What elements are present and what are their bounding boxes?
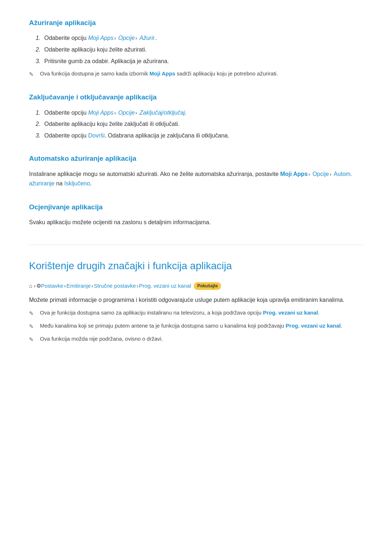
azurir-link[interactable]: Ažurir.. xyxy=(139,35,158,41)
automatsko-body: Instalirane aplikacije mogu se automatsk… xyxy=(29,169,363,189)
strucne-postavke-link[interactable]: Stručne postavke xyxy=(94,282,136,290)
home-icon: ⌂ xyxy=(29,282,32,290)
koristenje-note-1: ✎ Ova je funkcija dostupna samo za aplik… xyxy=(29,308,363,318)
moji-apps-link-3[interactable]: Moji Apps xyxy=(280,171,308,177)
breadcrumb-chevron-2: › xyxy=(91,282,93,290)
azuriranje-step-2: Odaberite aplikaciju koju želite ažurira… xyxy=(42,45,363,54)
azuriranje-steps: Odaberite opciju Moji Apps › Opcije › Až… xyxy=(29,33,363,66)
chevron-4: › xyxy=(135,109,137,117)
azuriranje-step-1: Odaberite opciju Moji Apps › Opcije › Až… xyxy=(42,33,363,43)
iskljuceno-link[interactable]: Isključeno xyxy=(64,180,90,186)
azuriranje-section: Ažuriranje aplikacija Odaberite opciju M… xyxy=(29,17,363,79)
ocjenjivanje-heading: Ocjenjivanje aplikacija xyxy=(29,202,363,213)
koristenje-note-2: ✎ Među kanalima koji se primaju putem an… xyxy=(29,321,363,331)
opcije-link-2[interactable]: Opcije xyxy=(118,110,135,116)
zakljucavanje-heading: Zaključavanje i otključavanje aplikacija xyxy=(29,92,363,103)
chevron-2: › xyxy=(135,34,137,42)
gear-icon: ⚙ xyxy=(36,282,41,290)
moji-apps-link-1[interactable]: Moji Apps xyxy=(88,35,114,41)
prog-vezani-link-breadcrumb[interactable]: Prog. vezani uz kanal xyxy=(139,282,191,290)
zakljucavanje-step-1: Odaberite opciju Moji Apps › Opcije › Za… xyxy=(42,108,363,118)
dovrsi-link[interactable]: Dovrši xyxy=(88,132,105,139)
azuriranje-step-3: Pritisnite gumb za odabir. Aplikacija je… xyxy=(42,57,363,66)
zakljucavanje-section: Zaključavanje i otključavanje aplikacija… xyxy=(29,92,363,140)
pencil-icon-1: ✎ xyxy=(29,70,36,79)
moji-apps-link-2[interactable]: Moji Apps xyxy=(88,110,114,116)
automatsko-section: Automatsko ažuriranje aplikacija Instali… xyxy=(29,153,363,188)
zakljucaj-link[interactable]: Zaključaj/otključaj xyxy=(139,110,185,116)
prog-vezani-link-1[interactable]: Prog. vezani uz kanal xyxy=(263,309,318,316)
chevron-1: › xyxy=(114,34,116,42)
azuriranje-heading: Ažuriranje aplikacija xyxy=(29,17,363,28)
chevron-5: › xyxy=(309,170,310,178)
breadcrumb-chevron-3: › xyxy=(136,282,138,290)
prog-vezani-link-2[interactable]: Prog. vezani uz kanal xyxy=(286,323,341,329)
moji-apps-link-note[interactable]: Moji Apps xyxy=(150,70,175,77)
chevron-6: › xyxy=(330,170,331,178)
chevron-3: › xyxy=(114,109,116,117)
automatsko-heading: Automatsko ažuriranje aplikacija xyxy=(29,153,363,164)
pencil-icon-2: ✎ xyxy=(29,309,36,318)
breadcrumb: ⌂ › ⚙ Postavke › Emitiranje › Stručne po… xyxy=(29,282,363,290)
zakljucavanje-step-2: Odaberite aplikaciju koju želite zaključ… xyxy=(42,119,363,129)
koristenje-section: Korištenje drugih značajki i funkcija ap… xyxy=(29,245,363,344)
azuriranje-note-1: ✎ Ova funkcija dostupna je samo kada izb… xyxy=(29,69,363,79)
ocjenjivanje-section: Ocjenjivanje aplikacija Svaku aplikaciju… xyxy=(29,202,363,227)
koristenje-body: Možete primati informacije o programima … xyxy=(29,295,363,305)
emitiranje-link[interactable]: Emitiranje xyxy=(66,282,91,290)
pencil-icon-3: ✎ xyxy=(29,322,36,331)
koristenje-heading: Korištenje drugih značajki i funkcija ap… xyxy=(29,245,363,274)
koristenje-note-3: ✎ Ova funkcija možda nije podržana, ovis… xyxy=(29,335,363,344)
breadcrumb-chevron-0: › xyxy=(34,282,36,290)
pencil-icon-4: ✎ xyxy=(29,335,36,344)
opcije-link-1[interactable]: Opcije xyxy=(118,35,135,41)
zakljucavanje-step-3: Odaberite opciju Dovrši. Odabrana aplika… xyxy=(42,131,363,140)
zakljucavanje-steps: Odaberite opciju Moji Apps › Opcije › Za… xyxy=(29,108,363,140)
opcije-link-3[interactable]: Opcije xyxy=(313,171,329,177)
try-badge: Pokušajte xyxy=(194,282,221,290)
postavke-link[interactable]: Postavke xyxy=(41,282,64,290)
ocjenjivanje-body: Svaku aplikaciju možete ocijeniti na zas… xyxy=(29,218,363,227)
breadcrumb-chevron-1: › xyxy=(64,282,66,290)
